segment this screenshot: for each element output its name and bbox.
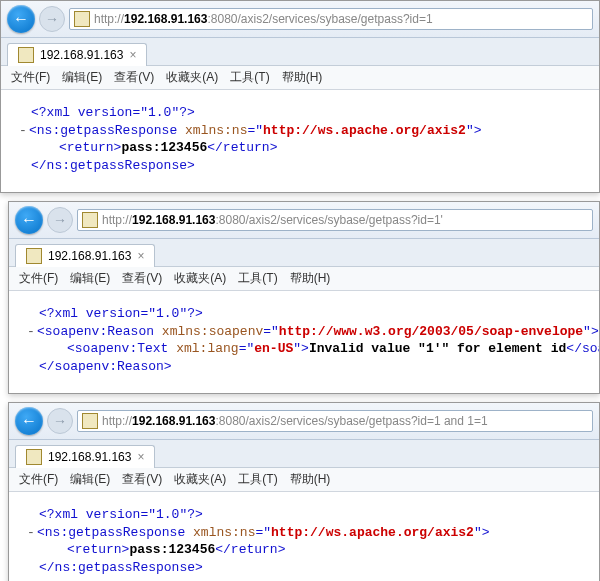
tab[interactable]: 192.168.91.163 ×	[15, 244, 155, 267]
menu-favorites[interactable]: 收藏夹(A)	[166, 69, 218, 86]
browser-window-2: http://192.168.91.163:8080/axis2/service…	[8, 201, 600, 394]
menu-edit[interactable]: 编辑(E)	[70, 471, 110, 488]
close-icon[interactable]: ×	[129, 48, 136, 62]
arrow-left-icon	[21, 211, 37, 229]
forward-button[interactable]	[47, 408, 73, 434]
page-icon	[26, 449, 42, 465]
page-icon	[82, 413, 98, 429]
arrow-left-icon	[21, 412, 37, 430]
menu-view[interactable]: 查看(V)	[114, 69, 154, 86]
menu-view[interactable]: 查看(V)	[122, 270, 162, 287]
close-icon[interactable]: ×	[137, 450, 144, 464]
url-text: http://192.168.91.163:8080/axis2/service…	[102, 213, 443, 227]
page-icon	[82, 212, 98, 228]
xml-content: <?xml version="1.0"?> -<soapenv:Reason x…	[9, 291, 599, 393]
nav-toolbar: http://192.168.91.163:8080/axis2/service…	[9, 202, 599, 239]
menu-tools[interactable]: 工具(T)	[238, 471, 277, 488]
forward-button[interactable]	[47, 207, 73, 233]
menu-bar: 文件(F) 编辑(E) 查看(V) 收藏夹(A) 工具(T) 帮助(H)	[9, 468, 599, 492]
page-icon	[26, 248, 42, 264]
back-button[interactable]	[7, 5, 35, 33]
arrow-right-icon	[53, 413, 67, 429]
nav-toolbar: http://192.168.91.163:8080/axis2/service…	[9, 403, 599, 440]
menu-view[interactable]: 查看(V)	[122, 471, 162, 488]
tab-title: 192.168.91.163	[48, 450, 131, 464]
address-bar[interactable]: http://192.168.91.163:8080/axis2/service…	[77, 410, 593, 432]
xml-content: <?xml version="1.0"?> -<ns:getpassRespon…	[1, 90, 599, 192]
browser-window-1: http://192.168.91.163:8080/axis2/service…	[0, 0, 600, 193]
menu-favorites[interactable]: 收藏夹(A)	[174, 471, 226, 488]
address-bar[interactable]: http://192.168.91.163:8080/axis2/service…	[77, 209, 593, 231]
url-text: http://192.168.91.163:8080/axis2/service…	[94, 12, 433, 26]
menu-edit[interactable]: 编辑(E)	[70, 270, 110, 287]
tab-title: 192.168.91.163	[40, 48, 123, 62]
menu-file[interactable]: 文件(F)	[11, 69, 50, 86]
url-text: http://192.168.91.163:8080/axis2/service…	[102, 414, 488, 428]
tab-title: 192.168.91.163	[48, 249, 131, 263]
menu-bar: 文件(F) 编辑(E) 查看(V) 收藏夹(A) 工具(T) 帮助(H)	[9, 267, 599, 291]
tab-bar: 192.168.91.163 ×	[1, 38, 599, 66]
tab-bar: 192.168.91.163 ×	[9, 440, 599, 468]
close-icon[interactable]: ×	[137, 249, 144, 263]
browser-window-3: http://192.168.91.163:8080/axis2/service…	[8, 402, 600, 581]
back-button[interactable]	[15, 407, 43, 435]
menu-tools[interactable]: 工具(T)	[230, 69, 269, 86]
back-button[interactable]	[15, 206, 43, 234]
menu-favorites[interactable]: 收藏夹(A)	[174, 270, 226, 287]
tab[interactable]: 192.168.91.163 ×	[15, 445, 155, 468]
menu-edit[interactable]: 编辑(E)	[62, 69, 102, 86]
arrow-right-icon	[53, 212, 67, 228]
arrow-left-icon	[13, 10, 29, 28]
arrow-right-icon	[45, 11, 59, 27]
menu-tools[interactable]: 工具(T)	[238, 270, 277, 287]
xml-content: <?xml version="1.0"?> -<ns:getpassRespon…	[9, 492, 599, 581]
page-icon	[74, 11, 90, 27]
tab-bar: 192.168.91.163 ×	[9, 239, 599, 267]
address-bar[interactable]: http://192.168.91.163:8080/axis2/service…	[69, 8, 593, 30]
page-icon	[18, 47, 34, 63]
forward-button[interactable]	[39, 6, 65, 32]
tab[interactable]: 192.168.91.163 ×	[7, 43, 147, 66]
menu-bar: 文件(F) 编辑(E) 查看(V) 收藏夹(A) 工具(T) 帮助(H)	[1, 66, 599, 90]
menu-help[interactable]: 帮助(H)	[290, 471, 331, 488]
nav-toolbar: http://192.168.91.163:8080/axis2/service…	[1, 1, 599, 38]
menu-file[interactable]: 文件(F)	[19, 270, 58, 287]
menu-help[interactable]: 帮助(H)	[282, 69, 323, 86]
menu-file[interactable]: 文件(F)	[19, 471, 58, 488]
menu-help[interactable]: 帮助(H)	[290, 270, 331, 287]
